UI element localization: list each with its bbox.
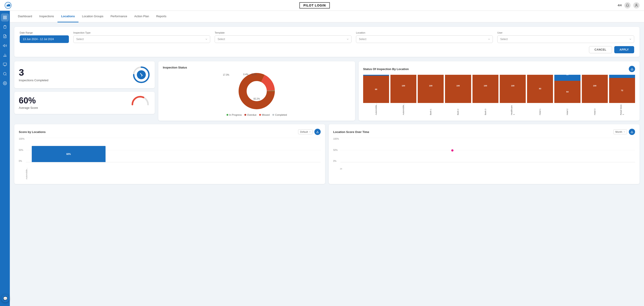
tab-dashboard[interactable]: Dashboard xyxy=(14,11,36,22)
inspection-status-card: Inspection Status 0.4% 0.1% xyxy=(158,61,355,121)
score-sort-dropdown[interactable]: Default xyxy=(298,129,312,134)
location-score-over-time-header: Location Score Over Time Month xyxy=(333,129,635,135)
bar-stack-4: 100 xyxy=(472,75,498,103)
notifications-button[interactable] xyxy=(624,2,630,9)
inspection-type-select[interactable]: Select xyxy=(73,35,210,43)
status-by-location-download[interactable] xyxy=(629,66,635,72)
bar-label-4: Bank 3 xyxy=(484,104,486,115)
bar-stack-8: 100 xyxy=(582,75,608,103)
location-select[interactable]: Select xyxy=(356,35,493,43)
h-line-100 xyxy=(26,138,321,138)
logo[interactable] xyxy=(4,2,12,9)
pie-chart-area: 0.4% 0.1% 17.3% xyxy=(163,71,350,111)
score-by-locations-card: Score by Locations Default 100 xyxy=(14,124,325,184)
bar-group-9: 28 72 Retail Store 1 xyxy=(609,75,635,115)
tab-action-plan[interactable]: Action Plan xyxy=(131,11,153,22)
svg-rect-2 xyxy=(3,16,4,17)
topbar: PILOT LOGIN 4/4 xyxy=(0,0,644,11)
bar-group-6: 17 83 Hotel 1 xyxy=(527,75,553,115)
inspection-type-label: Inspection Type xyxy=(73,31,210,34)
tab-inspections[interactable]: Inspections xyxy=(36,11,58,22)
sidebar-item-clipboard[interactable] xyxy=(1,23,9,31)
time-period-dropdown[interactable]: Month xyxy=(613,129,627,134)
svg-rect-6 xyxy=(4,25,6,26)
filter-row: Date Range 13 Jun 2024 - 12 Jul 2024 Ins… xyxy=(20,31,634,43)
pie-top-labels: 0.4% 0.1% xyxy=(243,73,257,76)
bar-group-1: 100 Automobile... xyxy=(390,75,416,115)
topbar-right: 4/4 xyxy=(618,2,640,9)
user-select[interactable]: Select xyxy=(497,35,634,43)
bar-stack-6: 17 83 xyxy=(527,75,553,103)
sidebar-item-search[interactable] xyxy=(1,70,9,78)
legend-overdue: Overdue xyxy=(244,114,256,116)
left-column: 3 Inspections Completed xyxy=(14,61,155,121)
status-by-location-bars: 19 69 Automobile... 100 Automobile... 10… xyxy=(363,75,635,115)
tab-location-groups[interactable]: Location Groups xyxy=(78,11,107,22)
location-score-over-time-title: Location Score Over Time xyxy=(333,130,369,134)
pie-legend: In Progress Overdue Missed Completed xyxy=(163,114,350,116)
score-x-label-0: Automobile... xyxy=(26,168,108,180)
score-bar-automobile: 60% xyxy=(32,146,106,162)
svg-point-17 xyxy=(3,72,6,75)
inspections-stat-info: 3 Inspections Completed xyxy=(19,68,48,82)
legend-completed: Completed xyxy=(272,114,287,116)
pie-svg xyxy=(236,71,277,111)
check-icon xyxy=(137,70,146,79)
bar-full-1: 100 xyxy=(390,75,416,103)
template-select[interactable]: Select xyxy=(215,35,352,43)
bar-stack-2: 100 xyxy=(418,75,444,103)
bar-label-2: Bank 1 xyxy=(430,104,432,115)
sidebar-item-settings[interactable] xyxy=(1,79,9,87)
bar-group-4: 100 Bank 3 xyxy=(472,75,498,115)
location-label: Location xyxy=(356,31,493,34)
inspections-completed-card: 3 Inspections Completed xyxy=(14,61,155,88)
sidebar-item-chart[interactable] xyxy=(1,51,9,59)
bar-group-3: 100 Bank 2 xyxy=(445,75,471,115)
tab-locations[interactable]: Locations xyxy=(58,11,78,22)
score-by-locations-download[interactable] xyxy=(314,129,321,135)
bar-stack-5: 100 xyxy=(500,75,526,103)
svg-rect-14 xyxy=(3,63,7,65)
score-by-locations-controls: Default xyxy=(298,129,321,135)
sidebar-item-grid[interactable] xyxy=(1,14,9,22)
bar-label-5: Healthcare 1 xyxy=(510,104,515,115)
svg-rect-4 xyxy=(3,18,4,19)
bar-label-3: Bank 2 xyxy=(457,104,459,115)
legend-missed: Missed xyxy=(259,114,270,116)
bottom-grid: Score by Locations Default 100 xyxy=(14,124,640,184)
svg-point-1 xyxy=(636,4,637,5)
sidebar-item-monitor[interactable] xyxy=(1,61,9,69)
bar-stack-7: 36 64 xyxy=(554,75,580,103)
filter-actions: CANCEL APPLY xyxy=(20,46,634,53)
date-range-button[interactable]: 13 Jun 2024 - 12 Jul 2024 xyxy=(20,35,69,43)
filter-inspection-type-group: Inspection Type Select xyxy=(73,31,210,43)
y-axis-score: 100% 50% 0% xyxy=(19,138,26,162)
bar-label-9: Retail Store 1 xyxy=(620,104,624,115)
tab-performance[interactable]: Performance xyxy=(107,11,130,22)
score-by-locations-title: Score by Locations xyxy=(19,130,46,134)
inspections-circle-progress xyxy=(132,66,150,84)
svg-line-18 xyxy=(6,75,6,75)
sidebar-item-document[interactable] xyxy=(1,32,9,40)
tab-reports[interactable]: Reports xyxy=(152,11,170,22)
bar-stack-3: 100 xyxy=(445,75,471,103)
inspections-label: Inspections Completed xyxy=(19,79,48,82)
template-label: Template xyxy=(215,31,352,34)
dashboard-grid-top: 3 Inspections Completed xyxy=(14,61,640,121)
cancel-button[interactable]: CANCEL xyxy=(589,46,612,53)
score-x-labels: Automobile... xyxy=(26,168,321,180)
nav-tabs: Dashboard Inspections Locations Location… xyxy=(10,11,644,22)
bar-stack-0: 19 69 xyxy=(363,75,389,103)
location-score-download[interactable] xyxy=(629,129,635,135)
sidebar-item-megaphone[interactable] xyxy=(1,42,9,50)
main-content: Date Range 13 Jun 2024 - 12 Jul 2024 Ins… xyxy=(10,22,644,188)
time-x-label: 24 xyxy=(340,168,342,170)
user-label: User xyxy=(497,31,634,34)
score-stat-info: 60% Average Score xyxy=(19,96,38,109)
svg-point-19 xyxy=(4,83,6,84)
apply-button[interactable]: APPLY xyxy=(614,46,634,53)
user-button[interactable] xyxy=(633,2,640,9)
in-progress-pct: 0.4% xyxy=(243,73,248,76)
average-score-card: 60% Average Score xyxy=(14,92,155,114)
location-score-over-time-card: Location Score Over Time Month xyxy=(329,124,640,184)
